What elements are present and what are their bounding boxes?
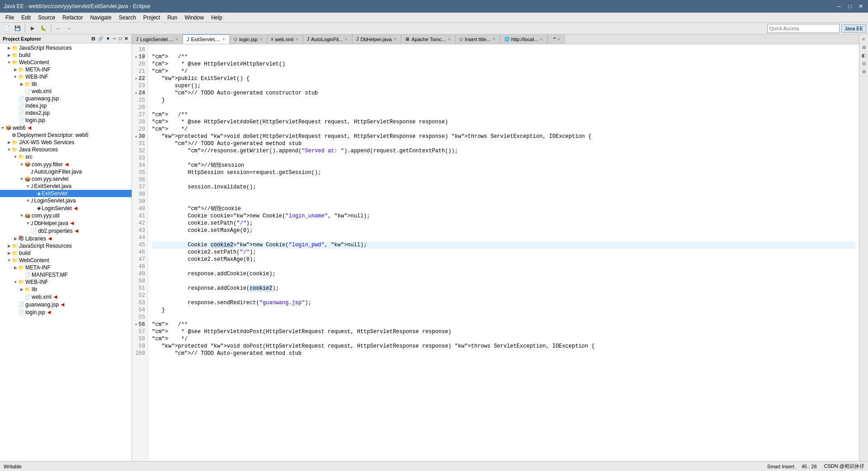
tab-close-1[interactable]: ✕: [222, 37, 226, 42]
link-with-editor-icon[interactable]: 🔗: [97, 36, 104, 42]
tree-item-webcontent-1[interactable]: ▼📁WebContent: [0, 59, 132, 66]
tree-item-guanwang-1[interactable]: 📄guanwang.jsp: [0, 95, 132, 102]
menu-item-file[interactable]: File: [2, 14, 18, 22]
editor-tab-8[interactable]: 🌐http://local...✕: [500, 34, 547, 44]
tree-item-db2-props[interactable]: 📄db2.properties◄: [0, 227, 132, 235]
line-numbers: 18▸192021▸2223▸242526272829▸303132333435…: [132, 44, 148, 461]
tree-item-web-inf-1[interactable]: ▼📁WEB-INF: [0, 73, 132, 80]
editor-tab-3[interactable]: xweb.xml✕: [267, 34, 303, 44]
tree-item-login-2[interactable]: 📄login.jsp◄: [0, 308, 132, 316]
toolbar-btn-new[interactable]: 📄: [2, 24, 12, 33]
tree-item-webxml-1[interactable]: 📄web.xml: [0, 88, 132, 95]
rp-icon-3[interactable]: ◧: [860, 52, 868, 59]
toolbar-btn-forward[interactable]: →: [64, 24, 74, 33]
close-button[interactable]: ✕: [857, 3, 864, 10]
toolbar-btn-run[interactable]: ▶: [28, 24, 38, 33]
rp-icon-1[interactable]: ≡: [860, 35, 868, 42]
tree-item-meta-inf-2[interactable]: ▶📁META-INF: [0, 264, 132, 271]
tree-icon-guanwang-2: 📄: [18, 301, 24, 307]
tree-item-js-res-1[interactable]: ▶📁JavaScript Resources: [0, 44, 132, 52]
minimize-button[interactable]: ─: [835, 3, 843, 10]
line-num-59: 59: [134, 343, 145, 350]
tree-item-lib-2[interactable]: ▶📁lib: [0, 286, 132, 293]
tree-arrow-build-1: ▶: [6, 53, 12, 57]
tree-label-index2-1: index2.jsp: [25, 110, 50, 116]
menu-item-navigate[interactable]: Navigate: [86, 14, 115, 22]
minimize-view-icon[interactable]: ─: [112, 36, 117, 42]
menu-item-refactor[interactable]: Refactor: [59, 14, 86, 22]
tree-item-guanwang-2[interactable]: 📄guanwang.jsp◄: [0, 301, 132, 308]
toolbar-btn-back[interactable]: ←: [53, 24, 63, 33]
tree-item-web-inf-2[interactable]: ▼📁WEB-INF: [0, 278, 132, 286]
maximize-view-icon[interactable]: □: [118, 36, 123, 42]
tab-close-4[interactable]: ✕: [344, 37, 348, 42]
tab-close-5[interactable]: ✕: [393, 37, 397, 42]
tree-item-manifest[interactable]: 📄MANIFEST.MF: [0, 271, 132, 278]
code-editor[interactable]: 18▸192021▸2223▸242526272829▸303132333435…: [132, 44, 859, 461]
toolbar-btn-save[interactable]: 💾: [13, 24, 23, 33]
view-menu-icon[interactable]: ▼: [105, 36, 111, 42]
menu-item-search[interactable]: Search: [115, 14, 140, 22]
menu-item-run[interactable]: Run: [164, 14, 181, 22]
tree-item-src[interactable]: ▼📁src: [0, 153, 132, 160]
tab-close-0[interactable]: ✕: [175, 37, 179, 42]
tree-item-loginservlet[interactable]: ◈LoginServlet◄: [0, 204, 132, 212]
editor-tab-7[interactable]: ◇Insert title...✕: [455, 34, 500, 44]
menu-item-project[interactable]: Project: [140, 14, 164, 22]
maximize-button[interactable]: □: [846, 3, 854, 10]
line-num-22: ▸22: [134, 75, 145, 82]
perspective-button[interactable]: Java EE: [841, 24, 866, 33]
tree-item-autologin-filter[interactable]: JAutoLoginFilter.java: [0, 168, 132, 175]
rp-icon-5[interactable]: ⊕: [860, 68, 868, 75]
tree-item-login-1[interactable]: 📄login.jsp: [0, 117, 132, 124]
close-view-icon[interactable]: ✕: [123, 36, 129, 42]
tree-item-build-2[interactable]: ▶📁build: [0, 250, 132, 257]
rp-icon-2[interactable]: ⊞: [860, 43, 868, 51]
tree-item-index2-1[interactable]: 📄index2.jsp: [0, 109, 132, 117]
menu-item-window[interactable]: Window: [181, 14, 208, 22]
tree-item-exitservlet-java[interactable]: ▼JExitServlet.java: [0, 183, 132, 190]
tree-item-js-res-2[interactable]: ▶📁JavaScript Resources: [0, 242, 132, 250]
editor-tab-9[interactable]: ⁴✕: [547, 34, 565, 44]
editor-tab-2[interactable]: ◇login.jsp✕: [230, 34, 267, 44]
tree-item-libraries[interactable]: ▶📚Libraries◄: [0, 235, 132, 242]
tree-icon-deploy-desc: ⚙: [12, 132, 16, 138]
tab-close-6[interactable]: ✕: [448, 37, 451, 42]
tab-close-7[interactable]: ✕: [492, 37, 496, 42]
rp-icon-4[interactable]: ⊟: [860, 60, 868, 67]
tree-item-webxml-2[interactable]: 📄web.xml◄: [0, 293, 132, 301]
tab-close-8[interactable]: ✕: [540, 37, 543, 42]
tab-close-3[interactable]: ✕: [295, 37, 299, 42]
tree-item-lib-1[interactable]: ▶📁lib: [0, 80, 132, 88]
tree-item-index-1[interactable]: 📄index.jsp: [0, 102, 132, 109]
tree-item-dbhelper-java[interactable]: ▼JDbHelper.java◄: [0, 219, 132, 227]
editor-tab-4[interactable]: JAutoLoginFil...✕: [303, 34, 352, 44]
editor-tab-6[interactable]: 🖥Apache Tomc...✕: [401, 34, 455, 44]
toolbar-btn-debug[interactable]: 🐛: [38, 24, 48, 33]
tree-item-com-yyy-util[interactable]: ▼📦com.yyy.util: [0, 212, 132, 219]
menu-item-help[interactable]: Help: [208, 14, 226, 22]
tree-item-webcontent-2[interactable]: ▼📁WebContent: [0, 257, 132, 264]
tree-item-web6[interactable]: ▼📦web6◄: [0, 124, 132, 132]
tree-item-com-yyy-servlet[interactable]: ▼📦com.yyy.servlet: [0, 175, 132, 183]
editor-tab-5[interactable]: JDbHelper.java✕: [352, 34, 401, 44]
tree-item-java-res[interactable]: ▼📁Java Resources: [0, 146, 132, 153]
tree-item-com-yyy-filter[interactable]: ▼📦com.yyy.filter◄: [0, 160, 132, 168]
tab-close-2[interactable]: ✕: [259, 37, 263, 42]
menu-item-source[interactable]: Source: [34, 14, 59, 22]
tree-item-build-1[interactable]: ▶📁build: [0, 52, 132, 59]
line-num-43: 43: [134, 227, 145, 234]
tree-item-jax-ws[interactable]: ▶📁JAX-WS Web Services: [0, 139, 132, 146]
code-content[interactable]: "cm"> /**"cm"> * @see HttpServlet#HttpSe…: [148, 44, 859, 461]
tree-item-meta-inf-1[interactable]: ▶📁META-INF: [0, 66, 132, 73]
quick-access-input[interactable]: [767, 24, 840, 33]
tab-close-9[interactable]: ✕: [557, 37, 561, 42]
editor-tab-1[interactable]: JExitServlet....✕: [183, 34, 230, 44]
tree-item-exitservlet[interactable]: ◈ExitServlet: [0, 190, 132, 197]
collapse-all-icon[interactable]: ⊟: [90, 36, 96, 42]
tree-item-loginservlet-java[interactable]: ▼JLoginServlet.java: [0, 197, 132, 204]
menu-item-edit[interactable]: Edit: [18, 14, 34, 22]
editor-tab-0[interactable]: JLoginServlet....✕: [132, 34, 183, 44]
code-line-45: Cookie cookie2="kw">new Cookie("login_pw…: [152, 241, 855, 249]
tree-item-deploy-desc[interactable]: ⚙Deployment Descriptor: web6: [0, 132, 132, 139]
